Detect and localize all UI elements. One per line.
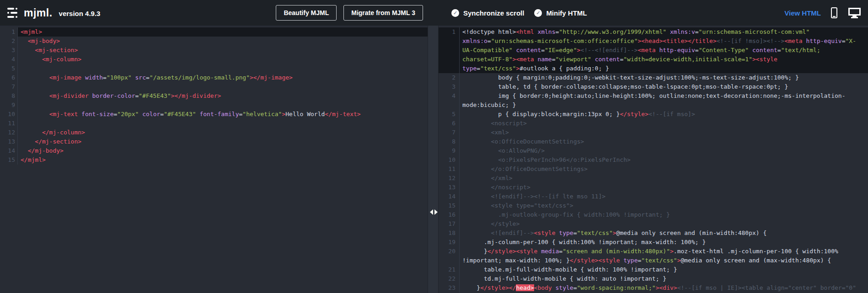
mjml-source-editor[interactable]: 1<mjml>2 <mj-body>3 <mj-section>4 <mj-co… xyxy=(0,26,428,293)
code-row: 14 </mj-body> xyxy=(0,146,428,155)
line-number: 23 xyxy=(439,283,460,293)
line-number: 3 xyxy=(439,82,460,91)
line-number: 16 xyxy=(439,210,460,219)
code-row: 9 xyxy=(0,101,428,110)
mjml-logo: mjml. xyxy=(7,7,53,19)
collapse-left-arrow-icon[interactable] xyxy=(430,209,433,215)
line-number: 4 xyxy=(439,91,460,101)
synchronize-scroll-toggle[interactable]: ✓ Synchronize scroll xyxy=(451,9,524,17)
code-line: <mj-text font-size="20px" color="#F45E43… xyxy=(18,110,428,119)
code-line: <!doctype html><html xmlns="http://www.w… xyxy=(460,27,868,37)
code-row: 4 <mj-column> xyxy=(0,55,428,64)
code-row: 11 </o:OfficeDocumentSettings> xyxy=(439,165,868,174)
code-line: <o:PixelsPerInch>96</o:PixelsPerInch> xyxy=(460,155,868,165)
code-row: 10 <o:PixelsPerInch>96</o:PixelsPerInch> xyxy=(439,155,868,165)
code-row: 1<!doctype html><html xmlns="http://www.… xyxy=(439,27,868,37)
line-number xyxy=(439,101,460,110)
code-line: UA-Compatible" content="IE=edge"><!--<![… xyxy=(460,46,868,55)
view-html-link[interactable]: View HTML xyxy=(784,9,821,17)
mobile-preview-icon[interactable] xyxy=(831,7,837,18)
code-row: 7 xyxy=(0,82,428,91)
code-line: <noscript> xyxy=(460,119,868,128)
code-line: </mj-column> xyxy=(18,128,428,137)
version-label: version 4.9.3 xyxy=(59,10,101,17)
migrate-from-mjml3-button[interactable]: Migrate from MJML 3 xyxy=(343,5,423,21)
code-row: 9 <o:AllowPNG/> xyxy=(439,146,868,155)
code-row: 13 </mj-section> xyxy=(0,137,428,146)
line-number: 18 xyxy=(439,229,460,238)
code-row: 10 <mj-text font-size="20px" color="#F45… xyxy=(0,110,428,119)
line-number xyxy=(439,55,460,64)
code-row: 21 table.mj-full-width-mobile { width: 1… xyxy=(439,265,868,274)
code-row: type="text/css">#outlook a { padding:0; … xyxy=(439,64,868,73)
code-row: 2 body { margin:0;padding:0;-webkit-text… xyxy=(439,73,868,82)
code-line: <o:OfficeDocumentSettings> xyxy=(460,137,868,146)
code-row: UA-Compatible" content="IE=edge"><!--<![… xyxy=(439,46,868,55)
code-line: charset=UTF-8"><meta name="viewport" con… xyxy=(460,55,868,64)
line-number: 14 xyxy=(0,146,18,155)
pane-splitter[interactable] xyxy=(428,26,439,293)
code-row: 16 .mj-outlook-group-fix { width:100% !i… xyxy=(439,210,868,219)
code-line: </noscript> xyxy=(460,183,868,192)
line-number: 10 xyxy=(439,155,460,165)
line-number xyxy=(439,256,460,265)
code-row: !important; max-width: 100%; }</style><s… xyxy=(439,256,868,265)
code-row: 23 }</style></head><body style="word-spa… xyxy=(439,283,868,293)
code-row: 6 <mj-image width="100px" src="/assets/i… xyxy=(0,73,428,82)
line-number: 15 xyxy=(0,155,18,165)
code-row: 14 <![endif]--><!--[if lte mso 11]> xyxy=(439,192,868,201)
header-right-section: ✓ Synchronize scroll ✓ Minify HTML View … xyxy=(439,0,868,26)
code-line: <mj-column> xyxy=(18,55,428,64)
logo-text: mjml. xyxy=(24,7,53,19)
line-number: 19 xyxy=(439,238,460,247)
code-line: <![endif]--><style type="text/css">@medi… xyxy=(460,229,868,238)
minify-html-toggle[interactable]: ✓ Minify HTML xyxy=(534,9,587,17)
code-line: <mj-body> xyxy=(18,37,428,46)
line-number: 10 xyxy=(0,110,18,119)
code-row: 1<mjml> xyxy=(0,27,428,37)
line-number: 6 xyxy=(0,73,18,82)
code-row: 22 td.mj-full-width-mobile { width: auto… xyxy=(439,274,868,283)
code-row: 4 img { border:0;height:auto;line-height… xyxy=(439,91,868,101)
desktop-preview-icon[interactable] xyxy=(848,8,861,18)
line-number: 5 xyxy=(439,110,460,119)
code-line: xmlns:o="urn:schemas-microsoft-com:offic… xyxy=(460,37,868,46)
beautify-mjml-button[interactable]: Beautify MJML xyxy=(276,5,337,21)
check-circle-icon: ✓ xyxy=(534,9,542,17)
line-number: 8 xyxy=(439,137,460,146)
html-output-editor[interactable]: 1<!doctype html><html xmlns="http://www.… xyxy=(439,26,868,293)
code-row: 19 .mj-column-per-100 { width:100% !impo… xyxy=(439,238,868,247)
code-line: <mj-image width="100px" src="/assets/img… xyxy=(18,73,428,82)
code-row: 20 }</style><style media="screen and (mi… xyxy=(439,247,868,256)
code-line xyxy=(18,64,428,73)
line-number: 13 xyxy=(0,137,18,146)
code-line: </mjml> xyxy=(18,155,428,165)
code-line xyxy=(18,101,428,110)
code-row: 15</mjml> xyxy=(0,155,428,165)
line-number: 6 xyxy=(439,119,460,128)
line-number: 7 xyxy=(439,128,460,137)
code-line: <xml> xyxy=(460,128,868,137)
code-line: table.mj-full-width-mobile { width: 100%… xyxy=(460,265,868,274)
code-line: <style type="text/css"> xyxy=(460,201,868,210)
line-number: 9 xyxy=(0,101,18,110)
code-line: }</style><style media="screen and (min-w… xyxy=(460,247,868,256)
code-line: mode:bicubic; } xyxy=(460,101,868,110)
line-number: 13 xyxy=(439,183,460,192)
code-line: body { margin:0;padding:0;-webkit-text-s… xyxy=(460,73,868,82)
code-line: </o:OfficeDocumentSettings> xyxy=(460,165,868,174)
line-number: 9 xyxy=(439,146,460,155)
code-row: 17 </style> xyxy=(439,219,868,229)
line-number: 2 xyxy=(0,37,18,46)
code-row: 11 xyxy=(0,119,428,128)
code-line: <mjml> xyxy=(18,27,428,37)
code-line xyxy=(18,119,428,128)
line-number: 3 xyxy=(0,46,18,55)
collapse-right-arrow-icon[interactable] xyxy=(434,209,438,215)
code-row: 8 <mj-divider border-color="#F45E43"></m… xyxy=(0,91,428,101)
code-line: </mj-section> xyxy=(18,137,428,146)
code-line: .mj-column-per-100 { width:100% !importa… xyxy=(460,238,868,247)
code-line: <o:AllowPNG/> xyxy=(460,146,868,155)
code-line: p { display:block;margin:13px 0; }</styl… xyxy=(460,110,868,119)
code-line: <mj-section> xyxy=(18,46,428,55)
